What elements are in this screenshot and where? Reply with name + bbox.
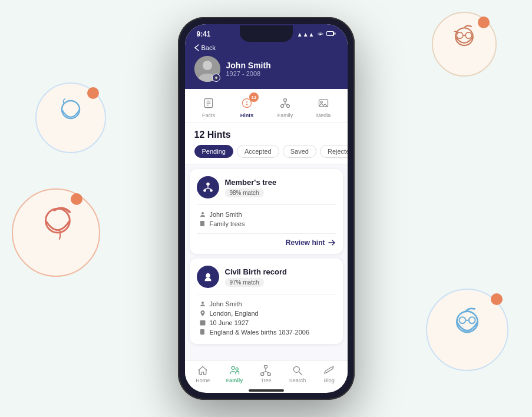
svg-rect-46 — [200, 320, 205, 326]
media-icon — [315, 95, 332, 111]
svg-point-55 — [236, 368, 238, 370]
svg-line-36 — [208, 188, 212, 189]
svg-point-43 — [205, 274, 206, 275]
svg-point-2 — [465, 32, 472, 39]
nav-family-label: Family — [226, 378, 243, 383]
svg-point-25 — [287, 105, 290, 108]
svg-point-22 — [246, 104, 247, 105]
tabs-bar: Facts 12 Hints Family — [185, 89, 348, 123]
svg-rect-11 — [334, 32, 335, 35]
filter-accepted[interactable]: Accepted — [237, 145, 279, 158]
tree-person-name: John Smith — [210, 211, 242, 218]
svg-line-60 — [263, 372, 266, 373]
card-title-wrap-tree: Member's tree 98% match — [225, 178, 277, 197]
birth-detail-source: England & Wales births 1837-2006 — [199, 327, 333, 337]
svg-point-5 — [45, 208, 70, 233]
person-name: John Smith — [226, 61, 271, 70]
birth-card-title: Civil Birth record — [225, 267, 287, 276]
birth-detail-date: 10 June 1927 — [199, 318, 333, 327]
birth-person-name: John Smith — [210, 300, 242, 307]
tree-card-icon — [197, 176, 219, 198]
phone-frame: 9:41 ▲▲▲ Back — [178, 17, 355, 400]
filter-pending[interactable]: Pending — [194, 145, 233, 158]
birth-location: London, England — [210, 310, 259, 317]
family-icon — [277, 95, 293, 111]
tab-facts-label: Facts — [202, 112, 215, 118]
svg-point-32 — [203, 189, 206, 192]
birth-match-badge: 97% match — [225, 278, 264, 287]
svg-point-44 — [201, 302, 204, 304]
back-label: Back — [201, 44, 216, 51]
svg-point-30 — [320, 101, 322, 103]
tab-family[interactable]: Family — [270, 95, 300, 118]
svg-point-7 — [459, 317, 465, 323]
svg-point-33 — [210, 189, 213, 192]
nav-tree[interactable]: Tree — [254, 365, 277, 383]
orange-dot-bot-left — [71, 193, 82, 205]
nav-search-label: Search — [289, 378, 306, 383]
profile-info: John Smith 1927 - 2008 — [226, 61, 271, 77]
nav-home[interactable]: Home — [191, 365, 214, 383]
back-button[interactable]: Back — [194, 44, 338, 51]
svg-point-8 — [469, 317, 475, 323]
tab-media[interactable]: Media — [309, 95, 338, 118]
profile-row: John Smith 1927 - 2008 — [194, 56, 338, 82]
svg-rect-57 — [261, 373, 264, 375]
home-indicator-bar — [249, 389, 284, 392]
svg-point-4 — [62, 101, 80, 118]
birth-detail-location: London, England — [199, 309, 333, 318]
phone-wrapper: 9:41 ▲▲▲ Back — [178, 17, 355, 400]
tree-card-title: Member's tree — [225, 178, 277, 187]
svg-point-62 — [293, 366, 299, 372]
birth-card-details: John Smith London, England 10 June 1927 — [197, 299, 336, 337]
nav-home-label: Home — [196, 378, 210, 383]
deco-circle-bot-left — [12, 188, 100, 277]
home-indicator — [185, 389, 348, 393]
hints-icon: 12 — [239, 95, 255, 111]
avatar-badge — [212, 74, 220, 82]
svg-point-45 — [201, 312, 203, 313]
filter-rejected[interactable]: Rejected — [320, 145, 348, 158]
svg-point-31 — [206, 183, 210, 186]
tree-card-details: John Smith Family trees — [197, 210, 336, 229]
orange-dot-mid-left — [87, 87, 99, 99]
card-header-birth: Civil Birth record 97% match — [197, 266, 336, 288]
orange-dot-bot-right — [491, 293, 503, 305]
tab-media-label: Media — [316, 112, 331, 118]
status-icons: ▲▲▲ — [297, 31, 336, 38]
hint-card-birth: Civil Birth record 97% match John Smith … — [190, 259, 343, 344]
tree-match-badge: 98% match — [225, 188, 264, 197]
wifi-icon — [317, 31, 324, 38]
birth-detail-person: John Smith — [199, 299, 333, 309]
review-hint-link-1[interactable]: Review hint — [197, 239, 336, 247]
card-divider-2 — [197, 233, 336, 234]
tab-family-label: Family — [277, 112, 293, 118]
birth-divider-1 — [197, 294, 336, 294]
hints-title: 12 Hints — [185, 123, 348, 145]
tree-doc-name: Family trees — [210, 220, 245, 227]
nav-search[interactable]: Search — [286, 365, 309, 383]
phone-notch — [240, 25, 293, 42]
nav-blog-label: Blog — [324, 378, 335, 383]
hint-card-tree: Member's tree 98% match John Smith Famil… — [190, 169, 343, 254]
person-dates: 1927 - 2008 — [226, 70, 271, 77]
svg-line-61 — [266, 372, 269, 373]
tab-facts[interactable]: Facts — [194, 95, 223, 118]
svg-line-28 — [285, 104, 288, 105]
card-title-wrap-birth: Civil Birth record 97% match — [225, 267, 287, 287]
birth-source: England & Wales births 1837-2006 — [210, 329, 310, 336]
nav-blog[interactable]: Blog — [318, 365, 341, 383]
nav-family[interactable]: Family — [223, 365, 246, 383]
app-header: Back — [185, 42, 348, 89]
battery-icon — [326, 31, 336, 38]
tab-hints[interactable]: 12 Hints — [232, 95, 262, 118]
facts-icon — [200, 95, 217, 111]
review-hint-label-1: Review hint — [286, 239, 325, 247]
signal-icon: ▲▲▲ — [297, 31, 315, 38]
nav-tree-label: Tree — [260, 378, 271, 383]
content-area: 12 Hints Pending Accepted Saved Rejected — [185, 123, 348, 360]
filter-saved[interactable]: Saved — [283, 145, 316, 158]
tree-detail-person: John Smith — [199, 210, 333, 219]
svg-point-23 — [284, 99, 287, 102]
tree-detail-doc: Family trees — [199, 219, 333, 229]
